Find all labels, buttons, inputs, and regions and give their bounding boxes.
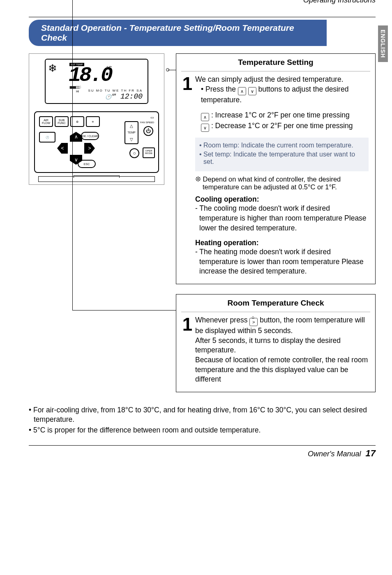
box2-step: 1 Whenever press button, the room temper… — [176, 314, 375, 386]
step-number: 1 — [180, 315, 195, 384]
heating-body: - The heating mode doesn't work if desir… — [195, 247, 369, 276]
cooling-head: Cooling operation: — [195, 195, 369, 204]
footer-label: Owner's Manual — [308, 450, 361, 458]
step-body: Whenever press button, the room temperat… — [195, 315, 369, 384]
divider — [181, 71, 370, 71]
page-footer: Owner's Manual 17 — [29, 445, 376, 459]
language-tab: ENGLISH — [378, 25, 388, 62]
right-column: Temperature Setting 1 We can simply adju… — [176, 53, 376, 402]
box2-p2: After 5 seconds, it turns to display the… — [195, 336, 369, 355]
page-number: 17 — [366, 448, 376, 458]
up-arrow-icon — [238, 87, 246, 95]
temperature-setting-box: Temperature Setting 1 We can simply adju… — [176, 53, 376, 284]
sub-func-button[interactable]: SUB FUNC — [55, 116, 69, 127]
step-body: We can simply adjust the desired tempera… — [195, 75, 369, 132]
timer-button[interactable]: 🕐 — [39, 132, 55, 143]
content-row: ❄ SET TEMP 18.0 °C ▮▮▮▮▮▯▯▯ 〉 Hi SU MO T… — [29, 53, 376, 402]
decrease-text: : Decrease 1°C or 2°F per one time press… — [211, 122, 353, 130]
note-block: • Room temp: Indicate the current room t… — [195, 138, 369, 171]
increase-text: : Increase 1°C or 2°F per one time press… — [211, 111, 350, 119]
box2-p3: Because of location of remote controller… — [195, 355, 369, 384]
timer-button-wrap: 🕐 — [39, 132, 55, 143]
box2-p1a: Whenever press — [195, 316, 249, 324]
box1-title: Temperature Setting — [176, 54, 375, 71]
up-arrow-icon — [201, 113, 209, 121]
cooling-body: - The cooling mode doesn't work if desir… — [195, 204, 369, 233]
down-arrow-icon — [248, 87, 256, 95]
box1-p1: We can simply adjust the desired tempera… — [195, 75, 369, 85]
footer-notes: • For air-cooling drive, from 18°C to 30… — [29, 405, 376, 435]
divider — [181, 312, 370, 312]
room-temp-check-box: Room Temperature Check 1 Whenever press … — [176, 294, 376, 392]
dpad-left[interactable]: < — [57, 143, 68, 154]
footer-note-1: • For air-cooling drive, from 18°C to 30… — [29, 405, 376, 425]
right-arrow-home-icon — [249, 318, 258, 326]
step-number: 1 — [180, 75, 195, 132]
down-arrow-icon — [201, 124, 209, 132]
star-note: ❊ Depend on what kind of controller, the… — [195, 175, 369, 191]
footer-note-2: • 5°C is proper for the difference betwe… — [29, 426, 376, 435]
box1-step: 1 We can simply adjust the desired tempe… — [176, 73, 375, 133]
air-flow-button[interactable]: AIR FLOW — [39, 116, 53, 127]
box1-press-line: • Press the buttons to adjust the desire… — [195, 85, 369, 105]
decrease-line: : Decrease 1°C or 2°F per one time press… — [195, 121, 369, 132]
box1-p2a: • Press the — [201, 85, 238, 93]
increase-line: : Increase 1°C or 2°F per one time press… — [195, 110, 369, 121]
box2-title: Room Temperature Check — [176, 294, 375, 312]
note-room-temp: • Room temp: Indicate the current room t… — [199, 142, 364, 149]
note-set-temp: • Set temp: Indicate the temperature tha… — [199, 151, 364, 166]
box2-p1: Whenever press button, the room temperat… — [195, 315, 369, 336]
heating-head: Heating operation: — [195, 239, 369, 247]
page: Operating Instructions ENGLISH Standard … — [0, 0, 392, 467]
snowflake-icon: ❄ — [48, 62, 57, 75]
